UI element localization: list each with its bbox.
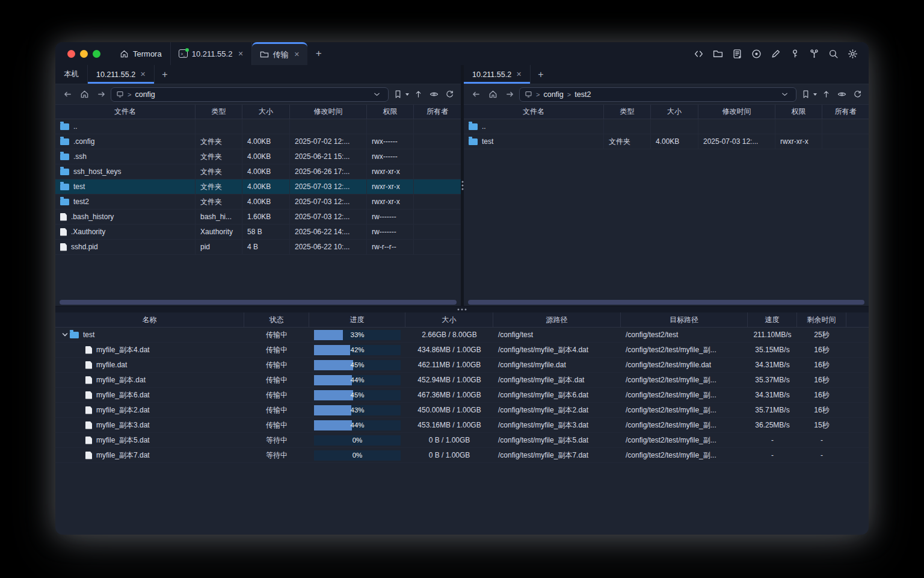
col-mtime[interactable]: 修改时间	[698, 105, 775, 119]
new-panel-tab-button[interactable]: +	[155, 65, 174, 84]
code-icon-button[interactable]	[691, 46, 706, 61]
left-horizontal-scrollbar[interactable]	[55, 298, 461, 306]
bookmark-button[interactable]	[391, 88, 404, 101]
back-button[interactable]	[469, 87, 483, 102]
cell-type: 文件夹	[196, 194, 242, 210]
transfer-splitter[interactable]	[55, 306, 869, 312]
transfer-row[interactable]: myfile_副本6.dat 传输中 45% 467.36MB / 1.00GB…	[55, 388, 869, 403]
cell-filename: test	[55, 179, 196, 194]
path-segment[interactable]: config	[135, 90, 155, 99]
settings-icon-button[interactable]	[845, 46, 860, 61]
logs-icon-button[interactable]	[729, 46, 745, 61]
col-size[interactable]: 大小	[651, 105, 698, 119]
minimize-window-button[interactable]	[80, 50, 88, 58]
file-row[interactable]: test2 文件夹 4.00KB 2025-07-03 12:... rwxr-…	[55, 194, 461, 210]
col-name[interactable]: 名称	[55, 312, 244, 328]
app-title: Termora	[133, 49, 162, 58]
new-panel-tab-button[interactable]: +	[531, 65, 550, 84]
search-icon-button[interactable]	[825, 46, 841, 61]
transfer-row[interactable]: myfile_副本.dat 传输中 44% 452.94MB / 1.00GB …	[55, 373, 869, 388]
col-progress[interactable]: 进度	[309, 312, 405, 328]
path-dropdown-button[interactable]	[370, 88, 383, 101]
folder-icon-button[interactable]	[710, 46, 725, 61]
forward-button[interactable]	[94, 87, 108, 102]
refresh-button[interactable]	[851, 88, 864, 101]
scrollbar-thumb[interactable]	[60, 300, 457, 305]
file-row[interactable]: .Xauthority Xauthority 58 B 2025-06-22 1…	[55, 225, 461, 240]
col-owner[interactable]: 所有者	[822, 105, 869, 119]
col-perm[interactable]: 权限	[367, 105, 414, 119]
close-tab-icon[interactable]: ✕	[140, 70, 146, 78]
upload-button[interactable]	[819, 88, 833, 101]
collapse-chevron-icon[interactable]	[60, 332, 70, 338]
file-row[interactable]: .ssh 文件夹 4.00KB 2025-06-21 15:... rwx---…	[55, 149, 461, 164]
transfer-row[interactable]: myfile_副本2.dat 传输中 43% 450.00MB / 1.00GB…	[55, 403, 869, 418]
transfer-row[interactable]: myfile.dat 传输中 45% 462.11MB / 1.00GB /co…	[55, 358, 869, 373]
file-row[interactable]: .config 文件夹 4.00KB 2025-07-02 12:... rwx…	[55, 134, 461, 149]
progress-bar: 45%	[314, 360, 401, 370]
close-tab-icon[interactable]: ✕	[294, 51, 300, 58]
transfer-row[interactable]: test 传输中 33% 2.66GB / 8.00GB /config/tes…	[55, 328, 869, 343]
file-row[interactable]: ssh_host_keys 文件夹 4.00KB 2025-06-26 17:.…	[55, 164, 461, 179]
col-size[interactable]: 大小	[405, 312, 493, 328]
forward-button[interactable]	[502, 87, 517, 102]
col-speed[interactable]: 速度	[748, 312, 797, 328]
col-perm[interactable]: 权限	[775, 105, 822, 119]
tab-remote-session[interactable]: 10.211.55.2 ✕	[464, 65, 531, 84]
right-path-input[interactable]: > config > test2	[519, 87, 796, 102]
bookmark-button[interactable]	[799, 88, 812, 101]
transfer-row[interactable]: myfile_副本5.dat 等待中 0% 0 B / 1.00GB /conf…	[55, 433, 869, 448]
transfer-row[interactable]: myfile_副本7.dat 等待中 0% 0 B / 1.00GB /conf…	[55, 448, 869, 463]
transfer-row[interactable]: myfile_副本4.dat 传输中 42% 434.86MB / 1.00GB…	[55, 343, 869, 358]
col-source[interactable]: 源路径	[493, 312, 621, 328]
cell-status: 传输中	[244, 418, 309, 433]
home-button[interactable]	[485, 87, 500, 102]
file-row[interactable]: test 文件夹 4.00KB 2025-07-03 12:... rwxr-x…	[464, 134, 869, 149]
col-mtime[interactable]: 修改时间	[290, 105, 367, 119]
path-segment[interactable]: config	[543, 90, 563, 99]
show-hidden-button[interactable]	[835, 88, 848, 101]
col-size[interactable]: 大小	[242, 105, 290, 119]
tab-transfer[interactable]: 传输 ✕	[252, 42, 307, 65]
show-hidden-button[interactable]	[427, 88, 440, 101]
file-row[interactable]: sshd.pid pid 4 B 2025-06-22 10:... rw-r-…	[55, 240, 461, 255]
col-filename[interactable]: 文件名	[464, 105, 604, 119]
file-row[interactable]: ..	[55, 119, 461, 134]
close-tab-icon[interactable]: ✕	[516, 70, 522, 78]
left-path-input[interactable]: > config	[111, 87, 389, 102]
key-icon-button[interactable]	[787, 46, 802, 61]
zoom-window-button[interactable]	[93, 50, 100, 58]
right-horizontal-scrollbar[interactable]	[464, 298, 869, 306]
panel-splitter[interactable]	[461, 65, 464, 306]
close-tab-icon[interactable]: ✕	[238, 50, 243, 58]
col-type[interactable]: 类型	[196, 105, 242, 119]
tab-terminal-session[interactable]: >_ 10.211.55.2 ✕	[170, 42, 252, 65]
upload-button[interactable]	[411, 88, 425, 101]
col-status[interactable]: 状态	[244, 312, 309, 328]
tab-remote-session[interactable]: 10.211.55.2 ✕	[88, 65, 155, 84]
close-window-button[interactable]	[67, 50, 75, 58]
branch-icon-button[interactable]	[806, 46, 822, 61]
back-button[interactable]	[60, 87, 75, 102]
tab-local-machine[interactable]: 本机	[55, 65, 88, 84]
new-tab-button[interactable]: +	[307, 42, 330, 65]
col-eta[interactable]: 剩余时间	[797, 312, 846, 328]
file-row[interactable]: test 文件夹 4.00KB 2025-07-03 12:... rwxr-x…	[55, 179, 461, 194]
file-row[interactable]: ..	[464, 119, 869, 134]
home-tab[interactable]: Termora	[111, 42, 170, 65]
file-row[interactable]: .bash_history bash_hi... 1.60KB 2025-07-…	[55, 210, 461, 225]
bookmark-dropdown-icon[interactable]	[405, 93, 409, 96]
col-target[interactable]: 目标路径	[621, 312, 748, 328]
refresh-button[interactable]	[443, 88, 456, 101]
path-dropdown-button[interactable]	[778, 88, 791, 101]
transfer-row[interactable]: myfile_副本3.dat 传输中 44% 453.16MB / 1.00GB…	[55, 418, 869, 433]
col-filename[interactable]: 文件名	[55, 105, 196, 119]
bookmark-dropdown-icon[interactable]	[813, 93, 817, 96]
scrollbar-thumb[interactable]	[468, 300, 864, 305]
col-type[interactable]: 类型	[604, 105, 651, 119]
path-segment[interactable]: test2	[574, 90, 591, 99]
col-owner[interactable]: 所有者	[414, 105, 461, 119]
edit-icon-button[interactable]	[768, 46, 783, 61]
record-icon-button[interactable]	[748, 46, 764, 61]
home-button[interactable]	[77, 87, 91, 102]
